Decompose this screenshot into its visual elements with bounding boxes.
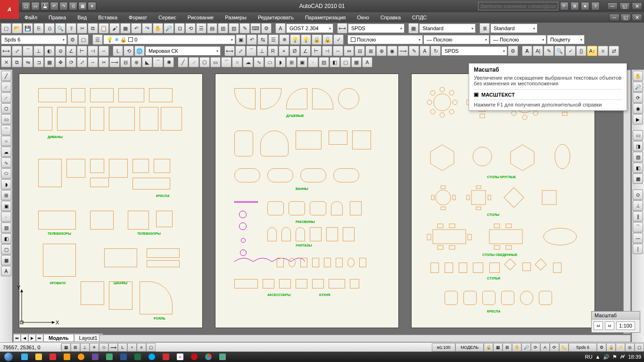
grid-toggle[interactable]: ⊞	[71, 343, 80, 352]
toolbar-lock-icon[interactable]: 🔒	[606, 343, 616, 352]
menu-edit[interactable]: Правка	[43, 15, 72, 20]
save-icon[interactable]: 💾	[23, 23, 33, 33]
d2-cen-icon[interactable]: ⊕	[376, 46, 387, 56]
menu-format[interactable]: Формат	[123, 15, 153, 20]
start-button[interactable]	[0, 352, 17, 362]
table-icon[interactable]: ▦	[351, 57, 362, 67]
task-opera-icon[interactable]	[188, 352, 201, 362]
menu-spds[interactable]: СПДС	[406, 15, 432, 20]
zoom-icon[interactable]: 🔎	[164, 23, 174, 33]
ucs-icon[interactable]: L	[113, 46, 123, 56]
tab-model[interactable]: Модель	[43, 334, 74, 342]
find-icon[interactable]: 🔍	[554, 46, 565, 56]
doc-close-button[interactable]: ✕	[632, 14, 642, 21]
status-anno-scale-icon[interactable]: 📐	[559, 343, 569, 352]
status-lock-icon[interactable]: 🔒	[484, 343, 493, 352]
spds-obj-icon[interactable]: ▢	[78, 34, 89, 45]
task-chrome-icon[interactable]	[202, 352, 215, 362]
ducs-toggle[interactable]: L	[118, 343, 127, 352]
dim-cont-icon[interactable]: ⊣	[88, 46, 98, 56]
vp-xline-icon[interactable]: ⟋	[1, 82, 11, 92]
task-adobe-icon[interactable]	[46, 352, 59, 362]
vp-ellipsearc-icon[interactable]: ◗	[1, 179, 11, 189]
ws-switch-icon[interactable]: ⚙	[597, 343, 606, 352]
doc-minimize-button[interactable]: ─	[609, 14, 619, 21]
linetype-dropdown[interactable]: — Послою	[423, 35, 489, 44]
d2-tedit-icon[interactable]: A	[420, 46, 430, 56]
cui-icon[interactable]: ⚙	[261, 23, 272, 33]
nav-pan-icon[interactable]: ✋	[633, 71, 643, 81]
field-icon[interactable]: {}	[576, 46, 586, 56]
spell-icon[interactable]: ✓	[565, 46, 576, 56]
copy2-icon[interactable]: ⧉	[12, 57, 22, 67]
d2-cont-icon[interactable]: ↔	[333, 46, 343, 56]
break-icon[interactable]: ⊟	[120, 57, 131, 67]
status-anno-auto-icon[interactable]: ⟳	[550, 343, 559, 352]
tab-next-icon[interactable]: ▶	[28, 334, 36, 342]
space-status[interactable]: МОДЕЛЬ	[455, 343, 484, 352]
menu-insert[interactable]: Вставка	[92, 15, 123, 20]
pan-icon[interactable]: ✋	[153, 23, 163, 33]
task-viewer-icon[interactable]	[216, 352, 229, 362]
maximize-button[interactable]: ◱	[619, 2, 630, 10]
status-qv-icon[interactable]: ▦	[493, 343, 503, 352]
layer-iso-icon[interactable]: ▣	[236, 34, 246, 45]
qat-more-icon[interactable]: ▾	[88, 2, 96, 10]
menu-modify[interactable]: Редактировать	[252, 15, 299, 20]
layer-props-icon[interactable]: ☰	[92, 34, 103, 45]
dimstyle-mgr-icon[interactable]: ⚙	[508, 46, 518, 56]
vs-conc-icon[interactable]: ▦	[633, 173, 643, 184]
menu-parametric[interactable]: Параметризация	[299, 15, 351, 20]
pline-icon[interactable]: ⟋	[189, 57, 199, 67]
arc-icon[interactable]: ⌒	[221, 57, 231, 67]
minimize-button[interactable]: ─	[607, 2, 618, 10]
erase-icon[interactable]: ✕	[1, 57, 11, 67]
task-kmp-icon[interactable]	[89, 352, 102, 362]
qat-print-icon[interactable]: ⎙	[69, 2, 77, 10]
vs-real-icon[interactable]: ◧	[633, 163, 643, 173]
ortho-toggle[interactable]: ⊥	[80, 343, 90, 352]
hw-accel-icon[interactable]: ⚡	[616, 343, 625, 352]
d2-arc-icon[interactable]: ⌒	[246, 46, 256, 56]
task-explorer-icon[interactable]	[32, 352, 45, 362]
task-ie-icon[interactable]	[18, 352, 31, 362]
task-gom-icon[interactable]	[74, 352, 88, 362]
ucs-prev-icon[interactable]: ⟲	[124, 46, 134, 56]
layer-state-icon[interactable]: ☰	[268, 34, 279, 45]
vp-arc-icon[interactable]: ⌒	[1, 125, 11, 135]
textstyle-dropdown[interactable]: GOST 2.304	[286, 24, 333, 33]
dc-icon[interactable]: ▤	[207, 23, 217, 33]
help-icon[interactable]: ?	[591, 2, 600, 10]
plot-icon[interactable]: ⎙	[44, 23, 55, 33]
lineweight-dropdown[interactable]: — Послою	[490, 35, 546, 44]
vs-hidden-icon[interactable]: ▨	[633, 152, 643, 162]
status-nav-icon[interactable]: ✋	[512, 343, 521, 352]
tray-time[interactable]: 18:39	[628, 354, 641, 360]
constr-coin-icon[interactable]: ⊙	[633, 189, 643, 200]
ssm-icon[interactable]: ▧	[229, 23, 239, 33]
ucs-dropdown[interactable]: Мировая СК	[145, 46, 221, 56]
publish-icon[interactable]: ⇪	[66, 23, 76, 33]
justify-icon[interactable]: ≡	[598, 46, 608, 56]
new-icon[interactable]: ▢	[1, 23, 11, 33]
polygon-icon[interactable]: ⬡	[199, 57, 210, 67]
tab-layout1[interactable]: Layout1	[74, 334, 103, 342]
dimstyle2-dropdown[interactable]: SPDS	[441, 46, 507, 56]
tab-last-icon[interactable]: ⏭	[36, 334, 43, 342]
d2-jogl-icon[interactable]: ⟿	[398, 46, 408, 56]
point-icon[interactable]: ·	[308, 57, 318, 67]
tray-lang[interactable]: RU	[585, 354, 593, 360]
stretch-icon[interactable]: ↔	[88, 57, 98, 67]
qat-new-icon[interactable]: ▢	[22, 2, 30, 10]
vp-ellipse-icon[interactable]: ⬭	[1, 168, 11, 179]
d2-upd-icon[interactable]: ↻	[430, 46, 441, 56]
dim-space-icon[interactable]: ↔	[99, 46, 109, 56]
qat-redo-icon[interactable]: ↷	[59, 2, 68, 10]
vp-line-icon[interactable]: ╱	[1, 71, 11, 81]
gradient-icon[interactable]: ◧	[330, 57, 340, 67]
line-icon[interactable]: ╱	[178, 57, 188, 67]
layer-freeze-icon[interactable]: ❄	[279, 34, 289, 45]
d2-lin-icon[interactable]: ⟷	[224, 46, 235, 56]
dimstyle-icon[interactable]: ⟷	[337, 23, 347, 33]
tab-prev-icon[interactable]: ◀	[21, 334, 28, 342]
